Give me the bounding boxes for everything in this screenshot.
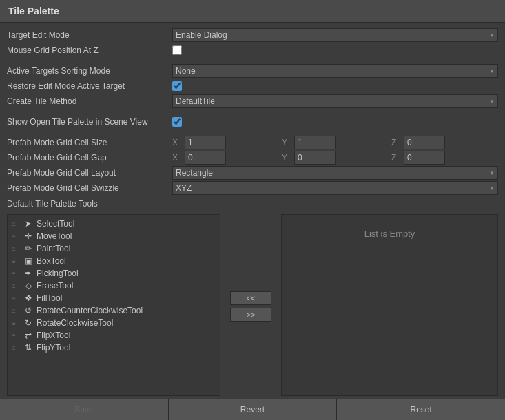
grid-size-inputs: X Y Z [172,136,498,149]
create-tile-row: Create Tile Method DefaultTile CustomTil… [7,94,498,108]
tool-name: EraseTool [37,281,73,291]
grid-size-y-group: Y [282,136,389,149]
tile-palette-panel: Tile Palette Target Edit Mode Enable Dia… [0,0,505,420]
empty-list-text: List is Empty [364,229,415,239]
grid-size-row: Prefab Mode Grid Cell Size X Y Z [7,136,498,149]
drag-handle: ≡ [12,319,20,327]
tool-name: PickingTool [37,269,79,278]
mouse-grid-checkbox[interactable] [172,45,182,55]
tool-item-rotatecounterclockwisetool[interactable]: ≡ ↺ RotateCounterClockwiseTool [8,304,220,317]
transfer-left-button[interactable]: << [230,291,271,305]
drag-handle: ≡ [12,233,20,240]
grid-gap-z-group: Z [391,151,498,165]
grid-gap-label: Prefab Mode Grid Cell Gap [7,153,172,162]
grid-layout-label: Prefab Mode Grid Cell Layout [7,168,172,178]
drag-handle: ≡ [12,307,20,315]
tool-icon: ◇ [23,281,34,291]
tool-name: RotateClockwiseTool [37,318,113,328]
target-edit-mode-label: Target Edit Mode [7,30,172,40]
show-open-checkbox[interactable] [172,117,182,127]
show-open-label: Show Open Tile Palette in Scene View [7,117,172,127]
active-targets-row: Active Targets Sorting Mode None Alphabe… [7,64,498,78]
tool-item-movetool[interactable]: ≡ ✛ MoveTool [8,230,220,242]
size-z-input[interactable] [404,136,445,149]
target-edit-mode-row: Target Edit Mode Enable Dialog Enable Ac… [7,28,498,42]
tool-icon: ✒ [23,269,34,278]
gap-x-label: X [172,153,182,162]
transfer-right-button[interactable]: >> [230,308,271,322]
tool-name: FlipYTool [37,343,70,353]
tool-name: BoxTool [37,256,66,266]
tool-name: SelectTool [37,219,74,229]
mouse-grid-row: Mouse Grid Position At Z [7,43,498,57]
drag-handle: ≡ [12,295,20,302]
drag-handle: ≡ [12,332,20,339]
drag-handle: ≡ [12,282,20,290]
tool-item-selecttool[interactable]: ≡ ➤ SelectTool [8,218,220,230]
tool-item-flipxtool[interactable]: ≡ ⇄ FlipXTool [8,329,220,342]
gap-z-input[interactable] [404,151,445,165]
grid-gap-y-group: Y [282,151,389,165]
restore-edit-label: Restore Edit Mode Active Target [7,81,172,91]
tools-area: ≡ ➤ SelectTool ≡ ✛ MoveTool ≡ ✏ PaintToo… [7,214,498,396]
grid-size-label: Prefab Mode Grid Cell Size [7,138,172,147]
tool-icon: ✏ [23,244,34,253]
tool-item-flipytool[interactable]: ≡ ⇅ FlipYTool [8,342,220,354]
reset-button[interactable]: Reset [337,399,505,420]
tool-item-filltool[interactable]: ≡ ❖ FillTool [8,292,220,304]
tools-list: ≡ ➤ SelectTool ≡ ✛ MoveTool ≡ ✏ PaintToo… [7,214,220,396]
tool-item-pickingtool[interactable]: ≡ ✒ PickingTool [8,267,220,280]
gap-x-input[interactable] [185,151,226,165]
size-x-label: X [172,138,182,147]
tool-name: MoveTool [37,231,72,241]
tool-icon: ↻ [23,318,34,328]
mouse-grid-label: Mouse Grid Position At Z [7,45,172,55]
drag-handle: ≡ [12,245,20,253]
footer: Save Revert Reset [0,399,505,420]
gap-y-input[interactable] [294,151,336,165]
size-z-label: Z [391,138,401,147]
transfer-area: << >> [223,214,278,396]
drag-handle: ≡ [12,344,20,352]
grid-layout-select[interactable]: Rectangle Hexagonal Isometric [172,166,498,180]
restore-edit-checkbox-wrap [172,81,182,91]
gap-z-label: Z [391,153,401,162]
tool-icon: ↺ [23,306,34,315]
tool-name: PaintTool [37,244,70,253]
tool-icon: ➤ [23,219,34,229]
show-open-checkbox-wrap [172,117,182,127]
content-area: Target Edit Mode Enable Dialog Enable Ac… [0,23,505,399]
size-y-input[interactable] [294,136,336,149]
tool-item-rotateclockwisetool[interactable]: ≡ ↻ RotateClockwiseTool [8,317,220,329]
tool-item-boxtool[interactable]: ≡ ▣ BoxTool [8,255,220,267]
create-tile-select[interactable]: DefaultTile CustomTile [172,94,498,108]
drag-handle: ≡ [12,220,20,228]
grid-size-z-group: Z [391,136,498,149]
size-x-input[interactable] [185,136,226,149]
drag-handle: ≡ [12,258,20,265]
active-targets-select[interactable]: None Alphabetical Alphabetical Reverse [172,64,498,78]
empty-list-area: List is Empty [281,214,498,396]
gap-y-label: Y [282,153,291,162]
tool-item-painttool[interactable]: ≡ ✏ PaintTool [8,242,220,255]
revert-button[interactable]: Revert [169,399,338,420]
create-tile-label: Create Tile Method [7,96,172,106]
tool-item-erasetool[interactable]: ≡ ◇ EraseTool [8,280,220,292]
save-button[interactable]: Save [0,399,169,420]
drag-handle: ≡ [12,270,20,277]
grid-swizzle-select[interactable]: XYZ XZY YXZ YZX ZXY ZYX [172,181,498,195]
target-edit-mode-select[interactable]: Enable Dialog Enable Active Target Disab… [172,28,498,42]
show-open-row: Show Open Tile Palette in Scene View [7,115,498,129]
mouse-grid-checkbox-wrap [172,45,182,55]
grid-swizzle-select-wrap: XYZ XZY YXZ YZX ZXY ZYX [172,181,498,195]
tool-icon: ⇄ [23,330,34,340]
tool-icon: ❖ [23,293,34,303]
size-y-label: Y [282,138,291,147]
restore-edit-checkbox[interactable] [172,81,182,91]
grid-layout-row: Prefab Mode Grid Cell Layout Rectangle H… [7,166,498,180]
panel-title: Tile Palette [0,0,505,23]
target-edit-mode-select-wrap: Enable Dialog Enable Active Target Disab… [172,28,498,42]
grid-layout-select-wrap: Rectangle Hexagonal Isometric [172,166,498,180]
tools-section-title: Default Tile Palette Tools [7,199,498,209]
grid-swizzle-row: Prefab Mode Grid Cell Swizzle XYZ XZY YX… [7,181,498,195]
